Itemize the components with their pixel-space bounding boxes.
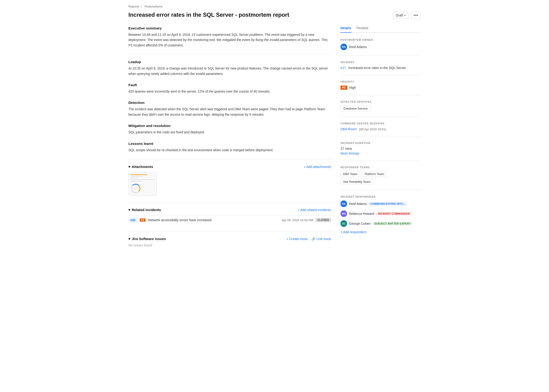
section-text-detection: The incident was detected when the SQL S… xyxy=(128,106,331,117)
section-text-mitigation: SQL parameters in the code are fixed and… xyxy=(128,130,331,135)
breadcrumb-current: Postmortems xyxy=(144,5,162,8)
priority-row: P2 High xyxy=(340,85,421,90)
more-timings-link[interactable]: More timings xyxy=(340,152,359,155)
chevron-down-icon: ▾ xyxy=(128,208,130,212)
session-date: (09 Apr 2019 10:51) xyxy=(359,127,386,131)
attachments-content xyxy=(128,172,331,196)
add-attachments-link[interactable]: + Add attachments xyxy=(304,165,331,169)
section-lessons: Lessons learnt SQL scripts should be re-… xyxy=(128,142,331,153)
section-text-fault: 420 queries were incorrectly sent to the… xyxy=(128,89,331,94)
breadcrumb: Reports / Postmortems xyxy=(128,5,421,8)
chevron-down-icon: ▾ xyxy=(404,14,406,17)
jira-header: ▾ Jira Software issues + Create issue 🔗 … xyxy=(128,237,331,241)
link-issue-link[interactable]: 🔗 Link issue xyxy=(311,237,331,241)
page-header: Increased error rates in the SQL Server … xyxy=(128,12,421,19)
add-responders-link[interactable]: + Add responders xyxy=(340,230,421,234)
priority-text: High xyxy=(349,86,356,90)
draft-label: Draft xyxy=(396,14,403,17)
command-center-session: DBA Room (09 Apr 2019 10:51) xyxy=(340,127,421,131)
more-options-button[interactable]: ••• xyxy=(411,12,421,19)
team-tag-sre: Site Reliability Team xyxy=(340,179,373,185)
create-issue-link[interactable]: + Create issue xyxy=(286,237,308,241)
more-options-icon: ••• xyxy=(414,13,418,18)
owner-row: RA Reid Adams xyxy=(340,44,421,50)
sidebar-priority: PRIORITY P2 High xyxy=(340,80,421,95)
incident-date: Apr 09, 2019 16:00 PM xyxy=(282,218,313,222)
attachments-toggle[interactable]: ▾ Attachments xyxy=(128,165,153,169)
incident-row: #17 Increased error rates in the SQL Ser… xyxy=(340,66,421,70)
incident-responders-label: INCIDENT RESPONDERS xyxy=(340,195,421,198)
section-leadup: Leadup At 10:35 on April 9, 2019, a chan… xyxy=(128,60,331,76)
command-center-label: COMMAND CENTER SESSIONS xyxy=(340,122,421,125)
related-incidents-list: #20 P2 Network accessibility errors have… xyxy=(128,215,331,225)
chevron-down-icon: ▾ xyxy=(128,165,130,169)
sidebar-incident-responders: INCIDENT RESPONDERS RA Reid Adams COMMUN… xyxy=(340,195,421,239)
owner-name: Reid Adams xyxy=(349,45,367,49)
service-tag: Database Service xyxy=(340,105,371,112)
jira-toggle[interactable]: ▾ Jira Software issues xyxy=(128,237,166,241)
avatar-gc: GC xyxy=(340,220,347,227)
section-detection: Detection The incident was detected when… xyxy=(128,101,331,117)
section-title-lessons: Lessons learnt xyxy=(128,142,331,146)
priority-label: PRIORITY xyxy=(340,80,421,83)
section-mitigation: Mitigation and resolution SQL parameters… xyxy=(128,124,331,135)
breadcrumb-separator: / xyxy=(141,5,142,8)
incident-id-badge[interactable]: #20 xyxy=(128,218,137,222)
sidebar-affected-services: AFFECTED SERVICES Database Service xyxy=(340,100,421,117)
main-content: Executive summary Between 10:48 and 11:1… xyxy=(128,26,331,254)
section-jira: ▾ Jira Software issues + Create issue 🔗 … xyxy=(128,237,331,247)
avatar-ra: RA xyxy=(340,201,347,207)
duration-value: 27 mins xyxy=(340,147,421,151)
responder-role-rh: INCIDENT COMMANDER xyxy=(376,212,412,216)
responder-name-ra: Reid Adams xyxy=(349,202,367,206)
avatar-rh: RH xyxy=(340,210,347,217)
jira-label: Jira Software issues xyxy=(132,237,166,241)
sidebar: Details Timeline POSTMORTEM OWNER RA Rei… xyxy=(340,26,421,254)
responder-item-ra: RA Reid Adams COMMUNICATIONS OFFI... xyxy=(340,201,421,207)
breadcrumb-reports[interactable]: Reports xyxy=(128,5,139,8)
chart-icon xyxy=(131,184,141,193)
session-link[interactable]: DBA Room xyxy=(340,127,357,131)
incident-priority-badge: P2 xyxy=(140,218,146,222)
tab-timeline[interactable]: Timeline xyxy=(356,26,368,33)
sidebar-postmortem-owner: POSTMORTEM OWNER RA Reid Adams xyxy=(340,38,421,56)
responder-item-rh: RH Rebecca Howard INCIDENT COMMANDER xyxy=(340,210,421,217)
incident-id-link[interactable]: #17 xyxy=(340,66,346,70)
section-fault: Fault 420 queries were incorrectly sent … xyxy=(128,83,331,94)
responder-name-gc: George Cohen xyxy=(349,222,371,225)
related-incidents-toggle[interactable]: ▾ Related incidents xyxy=(128,208,161,212)
sidebar-command-center: COMMAND CENTER SESSIONS DBA Room (09 Apr… xyxy=(340,122,421,136)
incident-status-badge: CLOSED xyxy=(316,218,331,222)
sidebar-incident: INCIDENT #17 Increased error rates in th… xyxy=(340,61,421,75)
related-incidents-label: Related incidents xyxy=(132,208,161,212)
section-title-executive-summary: Executive summary xyxy=(128,26,331,30)
incident-title: Increased error rates in the SQL Server xyxy=(348,66,406,70)
affected-services-label: AFFECTED SERVICES xyxy=(340,100,421,103)
chevron-down-icon: ▾ xyxy=(128,237,130,241)
section-text-executive-summary: Between 10:48 and 11:15 on April 9, 2019… xyxy=(128,32,331,48)
incident-name: Network accessibility errors have increa… xyxy=(148,218,279,222)
teams-row: DBA Team Platform Team Site Reliability … xyxy=(340,171,421,185)
section-title-leadup: Leadup xyxy=(128,60,331,64)
section-text-lessons: SQL scripts should be re-checked in the … xyxy=(128,147,331,153)
attachment-thumbnail[interactable] xyxy=(128,172,157,196)
attachments-header: ▾ Attachments + Add attachments xyxy=(128,165,331,169)
related-incidents-header: ▾ Related incidents + Add related incide… xyxy=(128,208,331,212)
add-related-incidents-link[interactable]: + Add related incidents xyxy=(298,208,331,212)
attachments-label: Attachments xyxy=(132,165,153,169)
jira-actions: + Create issue 🔗 Link issue xyxy=(286,237,331,241)
sidebar-tabs: Details Timeline xyxy=(340,26,421,33)
duration-label: INCIDENT DURATION xyxy=(340,142,421,144)
team-tag-dba: DBA Team xyxy=(340,171,360,177)
postmortem-owner-label: POSTMORTEM OWNER xyxy=(340,38,421,41)
page-title: Increased error rates in the SQL Server … xyxy=(128,12,388,18)
section-title-detection: Detection xyxy=(128,101,331,105)
section-title-fault: Fault xyxy=(128,83,331,87)
responder-item-gc: GC George Cohen SUBJECT MATTER EXPERT xyxy=(340,220,421,227)
draft-button[interactable]: Draft ▾ xyxy=(393,12,408,19)
no-issues-text: No issues found xyxy=(128,243,331,247)
tab-details[interactable]: Details xyxy=(340,26,351,33)
priority-badge: P2 xyxy=(340,85,347,90)
related-incident-row: #20 P2 Network accessibility errors have… xyxy=(128,215,331,225)
responder-role-ra: COMMUNICATIONS OFFI... xyxy=(368,202,407,206)
